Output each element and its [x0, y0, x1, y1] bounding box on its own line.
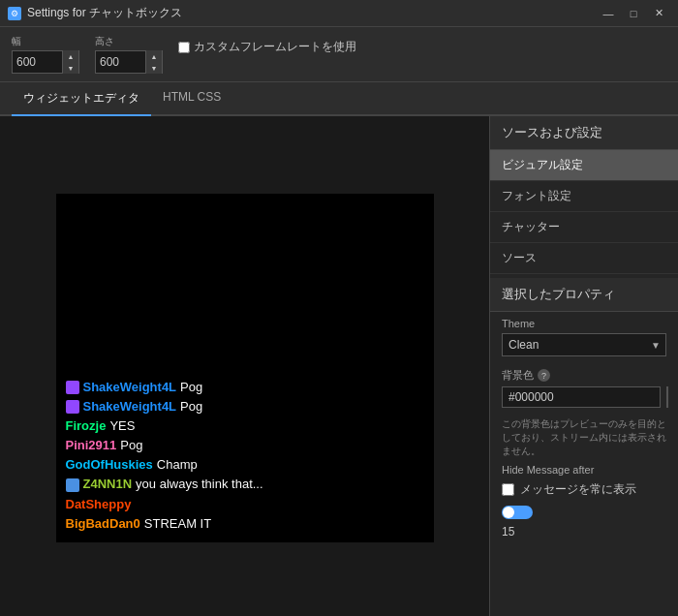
bg-color-info: この背景色はプレビューのみを目的としており、ストリーム内には表示されません。: [490, 414, 678, 462]
chat-username: GodOfHuskies: [66, 456, 153, 474]
right-panel: ソースおよび設定 ビジュアル設定 フォント設定 チャッター ソース 選択したプロ…: [489, 116, 678, 616]
title-bar: ⚙ Settings for チャットボックス — □ ✕: [0, 0, 678, 27]
chat-preview: ShakeWeight4L Pog ShakeWeight4L Pog Firo…: [56, 194, 434, 542]
chat-message: Pog: [180, 398, 202, 416]
tab-widget-editor[interactable]: ウィジェットエディタ: [12, 82, 151, 116]
theme-select-wrapper: Clean Default Dark Light ▼: [502, 333, 666, 356]
width-group: 幅 ▲ ▼: [12, 35, 79, 74]
menu-item-font[interactable]: フォント設定: [490, 181, 678, 212]
chat-username: Firozje: [66, 417, 107, 435]
menu-item-source[interactable]: ソース: [490, 243, 678, 274]
title-bar-left: ⚙ Settings for チャットボックス: [8, 5, 182, 21]
list-item: Pini2911 Pog: [66, 437, 424, 454]
toggle-knob: [503, 507, 514, 518]
list-item: ShakeWeight4L Pog: [66, 398, 424, 416]
width-input[interactable]: [13, 55, 62, 69]
height-group: 高さ ▲ ▼: [95, 35, 163, 74]
window-controls: — □ ✕: [597, 4, 670, 23]
theme-prop-row: Theme Clean Default Dark Light ▼: [490, 312, 678, 362]
list-item: Firozje YES: [66, 417, 424, 435]
chat-username: Pini2911: [66, 437, 117, 454]
maximize-button[interactable]: □: [622, 4, 645, 23]
list-item: BigBadDan0 STREAM IT: [66, 515, 424, 533]
badge-icon: [66, 478, 79, 492]
list-item: ShakeWeight4L Pog: [66, 379, 424, 396]
width-input-wrapper: ▲ ▼: [12, 50, 79, 74]
bg-color-input[interactable]: [502, 386, 661, 408]
settings-icon: ⚙: [8, 7, 21, 20]
toggle-row: [490, 502, 678, 523]
bg-color-label: 背景色 ?: [502, 368, 666, 383]
chat-username: DatSheppy: [66, 496, 132, 513]
show-message-label: メッセージを常に表示: [520, 481, 636, 498]
hide-message-label: Hide Message after: [490, 462, 678, 477]
menu-item-visual[interactable]: ビジュアル設定: [490, 150, 678, 181]
height-up-button[interactable]: ▲: [146, 50, 162, 62]
width-label: 幅: [12, 35, 79, 48]
chat-username: BigBadDan0: [66, 515, 140, 533]
chat-message: Pog: [180, 379, 202, 396]
height-input[interactable]: [96, 55, 145, 69]
props-title: 選択したプロパティ: [490, 278, 678, 312]
message-after-value: 15: [490, 523, 678, 540]
chat-message: YES: [109, 417, 135, 435]
source-settings-title: ソースおよび設定: [490, 116, 678, 150]
menu-item-chatter[interactable]: チャッター: [490, 212, 678, 243]
list-item: GodOfHuskies Champ: [66, 456, 424, 474]
show-message-prop: メッセージを常に表示: [490, 477, 678, 502]
theme-select[interactable]: Clean Default Dark Light: [502, 333, 666, 356]
color-swatch[interactable]: [666, 386, 668, 408]
list-item: DatSheppy: [66, 496, 424, 513]
width-up-button[interactable]: ▲: [63, 50, 78, 62]
chat-message: you always think that...: [136, 476, 263, 493]
content-area: ShakeWeight4L Pog ShakeWeight4L Pog Firo…: [0, 116, 678, 616]
show-message-checkbox[interactable]: [502, 483, 514, 496]
chat-username: ShakeWeight4L: [83, 379, 177, 396]
badge-icon: [66, 400, 79, 414]
window-title: Settings for チャットボックス: [27, 5, 182, 21]
chat-message: Pog: [120, 437, 142, 454]
chat-username: Z4NN1N: [83, 476, 133, 493]
theme-label: Theme: [502, 318, 666, 329]
height-input-wrapper: ▲ ▼: [95, 50, 163, 74]
tab-html-css[interactable]: HTML CSS: [151, 82, 232, 116]
color-row: [502, 386, 666, 408]
badge-icon: [66, 381, 79, 394]
height-down-button[interactable]: ▼: [146, 62, 162, 74]
preview-area: ShakeWeight4L Pog ShakeWeight4L Pog Firo…: [0, 116, 489, 616]
custom-framerate-group: カスタムフレームレートを使用: [178, 39, 356, 55]
close-button[interactable]: ✕: [647, 4, 670, 23]
help-icon[interactable]: ?: [538, 369, 550, 382]
minimize-button[interactable]: —: [597, 4, 620, 23]
chat-message: STREAM IT: [144, 515, 211, 533]
list-item: Z4NN1N you always think that...: [66, 476, 424, 493]
custom-framerate-checkbox[interactable]: [178, 42, 190, 53]
message-toggle[interactable]: [502, 506, 533, 519]
height-label: 高さ: [95, 35, 163, 48]
chat-message: Champ: [157, 456, 198, 474]
custom-framerate-label: カスタムフレームレートを使用: [194, 39, 356, 55]
tab-bar: ウィジェットエディタ HTML CSS: [0, 82, 678, 116]
width-down-button[interactable]: ▼: [63, 62, 78, 74]
chat-username: ShakeWeight4L: [83, 398, 177, 416]
toolbar: 幅 ▲ ▼ 高さ ▲ ▼ カスタムフレームレートを使用: [0, 27, 678, 82]
bg-color-prop-row: 背景色 ?: [490, 362, 678, 414]
